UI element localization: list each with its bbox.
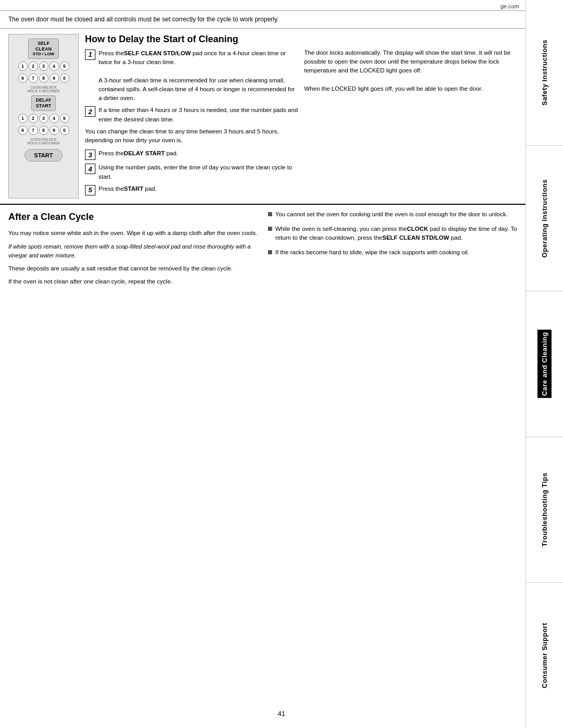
oven-num-6: 6 [18,73,28,83]
oven-num-d3: 3 [39,114,48,123]
step-text-1: Press theSELF CLEAN STD/LOW pad once for… [99,49,298,103]
bullet-text-3: If the racks become hard to slide, wipe … [275,248,469,257]
step-text-4: Using the number pads, enter the time of… [99,163,298,181]
lock-label-1: LOCK/UNLOCKHOLD 3 SECONDS [28,85,60,93]
delay-text-area: How to Delay the Start of Cleaning 1 Pre… [85,34,517,199]
step-num-4: 4 [85,164,95,174]
oven-numrow-4: 6 7 8 9 0 [18,126,69,135]
oven-num-2: 2 [29,61,38,71]
clean-para-1: You may notice some white ash in the ove… [8,229,258,238]
change-time-note: You can change the clean time to any tim… [85,127,298,145]
sidebar-section-consumer: Consumer Support [526,583,563,728]
right-sidebar: Safety Instructions Operating Instructio… [525,0,563,728]
step-1: 1 Press theSELF CLEAN STD/LOW pad once f… [85,49,298,103]
bullet-item-1: You cannot set the oven for cooking unti… [268,210,517,219]
sidebar-section-safety: Safety Instructions [526,0,563,146]
sidebar-label-operating: Operating Instructions [541,179,548,257]
bullet-text-2: While the oven is self-cleaning, you can… [275,225,517,243]
clean-para-2: These deposits are usually a salt residu… [8,264,258,274]
header-note: The oven door must be closed and all con… [0,10,525,29]
step-text-2: If a time other than 4 hours or 3 hours … [99,106,298,124]
sidebar-section-operating: Operating Instructions [526,146,563,292]
clean-para-3: If the oven is not clean after one clean… [8,277,258,287]
self-clean-btn: SELF CLEAN STD / LOW [28,39,59,59]
top-bar: ge.com [0,0,525,10]
oven-numrow-2: 6 7 8 9 0 [18,73,69,83]
oven-numrow-3: 1 2 3 4 5 [18,114,69,123]
step-5: 5 Press theSTART pad. [85,184,298,195]
clean-left-col: After a Clean Cycle You may notice some … [8,210,258,291]
sidebar-label-safety: Safety Instructions [541,40,548,106]
page-number: 41 [278,710,285,718]
oven-num-3: 3 [39,61,48,71]
clean-italic: If white spots remain, remove them with … [8,242,258,260]
step-num-3: 3 [85,150,95,160]
clean-right-col: You cannot set the oven for cooking unti… [268,210,517,291]
bullet-icon-2 [268,227,272,231]
oven-num-7: 7 [29,73,38,83]
oven-num-d4: 4 [50,114,59,123]
oven-num-d2: 2 [29,114,38,123]
oven-num-d5: 5 [60,114,69,123]
bullet-icon-3 [268,250,272,254]
bullet-text-1: You cannot set the oven for cooking unti… [275,210,508,219]
oven-num-8: 8 [39,73,48,83]
step-num-5: 5 [85,185,95,195]
sidebar-label-troubleshooting: Troubleshooting Tips [541,473,548,547]
delay-right-col: The door locks automatically. The displa… [304,34,518,199]
oven-num-0: 0 [60,73,69,83]
oven-num-d9: 9 [50,126,59,135]
oven-num-d1: 1 [18,114,28,123]
oven-num-d6: 6 [18,126,28,135]
step-num-1: 1 [85,50,95,60]
oven-num-d7: 7 [29,126,38,135]
step-num-2: 2 [85,106,95,117]
page-container: ge.com The oven door must be closed and … [0,0,563,728]
oven-numrow-1: 1 2 3 4 5 [18,61,69,71]
step-3: 3 Press theDELAY START pad. [85,149,298,160]
section-clean: After a Clean Cycle You may notice some … [0,205,525,296]
bullet-item-3: If the racks become hard to slide, wipe … [268,248,517,257]
delay-start-btn: DELAY START [31,95,56,111]
bullet-item-2: While the oven is self-cleaning, you can… [268,225,517,243]
oven-num-5: 5 [60,61,69,71]
step-text-3: Press theDELAY START pad. [99,149,298,158]
section-delay: SELF CLEAN STD / LOW 1 2 3 4 5 6 7 8 9 0 [0,29,525,205]
section2-title: After a Clean Cycle [8,210,258,225]
oven-num-d8: 8 [39,126,48,135]
oven-num-1: 1 [18,61,28,71]
sidebar-section-troubleshooting: Troubleshooting Tips [526,437,563,583]
oven-diagram: SELF CLEAN STD / LOW 1 2 3 4 5 6 7 8 9 0 [8,34,79,199]
site-url: ge.com [500,3,519,9]
oven-num-d0: 0 [60,126,69,135]
main-content: ge.com The oven door must be closed and … [0,0,525,728]
section1-title: How to Delay the Start of Cleaning [85,34,298,45]
step-text-5: Press theSTART pad. [99,184,298,193]
start-btn-diagram: START [25,149,63,162]
oven-num-9: 9 [50,73,59,83]
sidebar-label-consumer: Consumer Support [541,623,548,688]
delay-left-col: How to Delay the Start of Cleaning 1 Pre… [85,34,298,199]
sidebar-section-care: Care and Cleaning [526,291,563,437]
step-2: 2 If a time other than 4 hours or 3 hour… [85,106,298,124]
oven-num-4: 4 [50,61,59,71]
step-4: 4 Using the number pads, enter the time … [85,163,298,181]
sidebar-label-care: Care and Cleaning [537,330,552,398]
lock-label-2: LOCK/UNLOCKHOLD 3 SECONDS [28,138,60,145]
bullet-icon-1 [268,212,272,216]
